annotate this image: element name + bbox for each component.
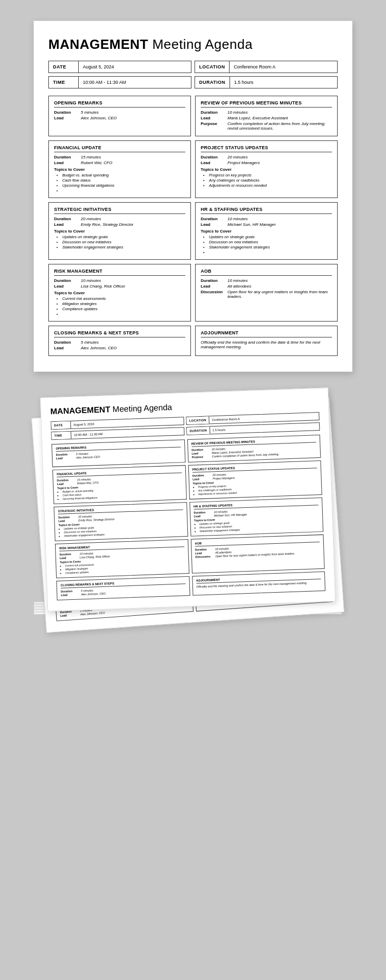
document-title: MANAGEMENT Meeting Agenda — [48, 37, 338, 52]
strategic-topics-label: Topics to Cover — [54, 229, 185, 234]
aob-duration-value: 10 minutes — [227, 278, 248, 283]
strategic-duration-row: Duration 20 minutes — [54, 217, 185, 221]
date-value: August 5, 2024 — [79, 64, 191, 69]
section-title-opening: OPENING REMARKS — [54, 100, 185, 108]
closing-duration-label: Duration — [54, 340, 79, 345]
risk-duration-value: 10 minutes — [81, 278, 101, 283]
section-title-closing: CLOSING REMARKS & NEXT STEPS — [54, 330, 185, 337]
strategic-lead-value: Emily Rice, Strategy Director — [81, 222, 133, 227]
aob-duration-row: Duration 10 minutes — [201, 278, 332, 283]
financial-duration-value: 15 minutes — [81, 155, 101, 159]
aob-duration-label: Duration — [201, 278, 225, 283]
section-closing: CLOSING REMARKS & NEXT STEPS Duration 5 … — [48, 326, 191, 356]
title-bold: MANAGEMENT — [48, 37, 148, 52]
adjournment-text-value: Officially end the meeting and confirm t… — [201, 340, 332, 349]
strategic-duration-value: 20 minutes — [81, 217, 101, 221]
section-title-risk: RISK MANAGEMENT — [54, 269, 185, 276]
list-item: Budget vs. actual spending — [62, 173, 185, 177]
list-item: Discussion on new initiatives — [62, 240, 185, 244]
front-agenda: OPENING REMARKS Duration5 minutes LeadAl… — [51, 435, 325, 600]
aob-discussion-label: Discussion — [201, 290, 225, 299]
risk-lead-value: Lisa Chang, Risk Officer — [81, 284, 125, 289]
review-purpose-row: Purpose Confirm completion of action ite… — [201, 121, 332, 131]
review-purpose-value: Confirm completion of action items from … — [227, 121, 332, 131]
list-item: Cash flow status — [62, 178, 185, 183]
project-duration-label: Duration — [201, 155, 225, 159]
review-lead-label: Lead — [201, 116, 225, 120]
list-item: Updates on strategic goals — [62, 235, 185, 239]
project-topics-label: Topics to Cover — [201, 167, 332, 172]
time-value: 10:00 AM - 11:30 AM — [79, 80, 191, 85]
strategic-duration-label: Duration — [54, 217, 79, 221]
closing-lead-value: Alex Johnson, CEO — [81, 346, 117, 350]
hr-duration-row: Duration 10 minutes — [201, 217, 332, 221]
section-title-financial: FINANCIAL UPDATE — [54, 145, 185, 152]
closing-duration-row: Duration 5 minutes — [54, 340, 185, 345]
section-financial: FINANCIAL UPDATE Duration 15 minutes Lea… — [48, 140, 191, 198]
hr-duration-label: Duration — [201, 217, 225, 221]
hr-lead-label: Lead — [201, 222, 225, 227]
strategic-lead-label: Lead — [54, 222, 79, 227]
section-opening-remarks: OPENING REMARKS Duration 5 minutes Lead … — [48, 96, 191, 136]
hr-lead-value: Michael Sun, HR Manager — [227, 222, 276, 227]
section-project-status: PROJECT STATUS UPDATES Duration 20 minut… — [195, 140, 338, 198]
financial-lead-row: Lead Robert Wei, CFO — [54, 161, 185, 165]
adjournment-text-row: Officially end the meeting and confirm t… — [201, 340, 332, 349]
financial-duration-label: Duration — [54, 155, 79, 159]
list-item: Compliance updates — [62, 307, 185, 311]
opening-lead-label: Lead — [54, 116, 79, 120]
section-title-review: REVIEW OF PREVIOUS MEETING MINUTES — [201, 100, 332, 108]
section-review-previous: REVIEW OF PREVIOUS MEETING MINUTES Durat… — [195, 96, 338, 136]
list-item: Adjustments or resources needed — [209, 183, 332, 188]
review-lead-row: Lead Maria Lopez, Executive Assistant — [201, 116, 332, 120]
location-label: LOCATION — [195, 61, 230, 73]
risk-topics-list: Current risk assessments Mitigation stra… — [54, 296, 185, 316]
opening-duration-label: Duration — [54, 110, 79, 115]
duration-label: DURATION — [195, 77, 230, 88]
section-aob: AOB Duration 10 minutes Lead All attende… — [195, 264, 338, 322]
opening-duration-value: 5 minutes — [81, 110, 99, 115]
section-title-aob: AOB — [201, 269, 332, 276]
risk-lead-row: Lead Lisa Chang, Risk Officer — [54, 284, 185, 289]
financial-duration-row: Duration 15 minutes — [54, 155, 185, 159]
front-document: MANAGEMENT Meeting Agenda DATE August 5,… — [40, 387, 336, 611]
opening-lead-value: Alex Johnson, CEO — [81, 116, 117, 120]
risk-lead-label: Lead — [54, 284, 79, 289]
aob-lead-label: Lead — [201, 284, 225, 289]
review-duration-row: Duration 10 minutes — [201, 110, 332, 115]
list-item: Updates on strategic goals — [209, 235, 332, 239]
list-item: Upcoming financial obligations — [62, 183, 185, 188]
aob-discussion-row: Discussion Open floor for any urgent mat… — [201, 290, 332, 299]
financial-lead-label: Lead — [54, 161, 79, 165]
hr-lead-row: Lead Michael Sun, HR Manager — [201, 222, 332, 227]
front-time-row: TIME 10:00 AM - 11:30 AM — [51, 427, 184, 440]
list-item — [62, 188, 185, 193]
document-stack: MANAGEMENT Meeting Agenda DATE August 5,… — [33, 393, 353, 617]
time-row: TIME 10:00 AM - 11:30 AM — [48, 76, 191, 88]
date-row: DATE August 5, 2024 — [48, 61, 191, 73]
project-duration-row: Duration 20 minutes — [201, 155, 332, 159]
project-lead-value: Project Managers — [227, 161, 260, 165]
section-risk: RISK MANAGEMENT Duration 10 minutes Lead… — [48, 264, 191, 322]
review-duration-value: 10 minutes — [227, 110, 248, 115]
strategic-topics-list: Updates on strategic goals Discussion on… — [54, 235, 185, 250]
aob-lead-value: All attendees — [227, 284, 251, 289]
location-row: LOCATION Conference Room A — [195, 61, 338, 73]
aob-lead-row: Lead All attendees — [201, 284, 332, 289]
opening-duration-row: Duration 5 minutes — [54, 110, 185, 115]
header-info: DATE August 5, 2024 LOCATION Conference … — [48, 61, 338, 88]
section-title-project: PROJECT STATUS UPDATES — [201, 145, 332, 152]
list-item: Mitigation strategies — [62, 301, 185, 306]
project-duration-value: 20 minutes — [227, 155, 248, 159]
review-lead-value: Maria Lopez, Executive Assistant — [227, 116, 288, 120]
agenda-grid: OPENING REMARKS Duration 5 minutes Lead … — [48, 96, 338, 356]
duration-row: DURATION 1.5 hours — [195, 76, 338, 88]
hr-duration-value: 10 minutes — [227, 217, 248, 221]
closing-duration-value: 5 minutes — [81, 340, 99, 345]
review-duration-label: Duration — [201, 110, 225, 115]
closing-lead-row: Lead Alex Johnson, CEO — [54, 346, 185, 350]
title-light: Meeting Agenda — [148, 37, 253, 52]
list-item: Stakeholder engagement strategies — [62, 245, 185, 250]
financial-topics-list: Budget vs. actual spending Cash flow sta… — [54, 173, 185, 193]
hr-topics-label: Topics to Cover — [201, 229, 332, 234]
